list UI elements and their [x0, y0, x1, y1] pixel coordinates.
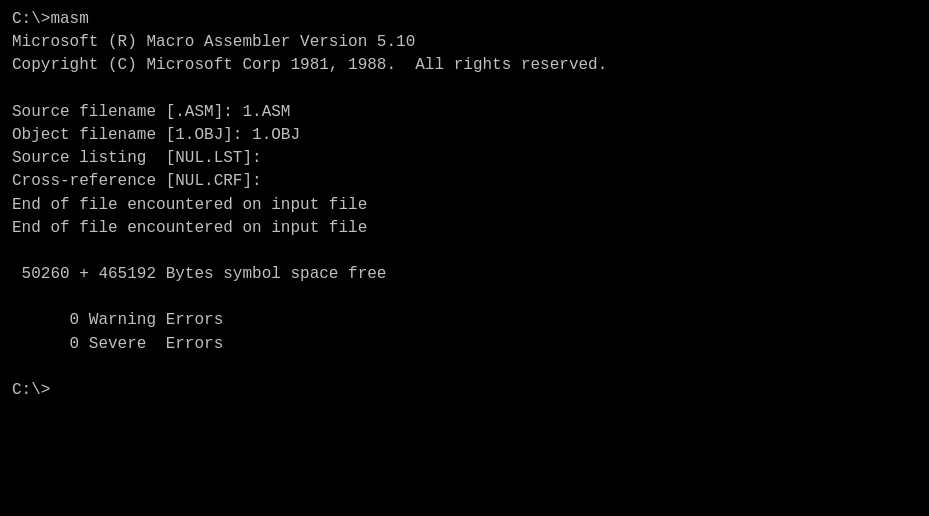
blank1 — [12, 78, 917, 101]
bytes-line: 50260 + 465192 Bytes symbol space free — [12, 263, 917, 286]
warning-errors: 0 Warning Errors — [12, 309, 917, 332]
copyright-line: Copyright (C) Microsoft Corp 1981, 1988.… — [12, 54, 917, 77]
source-listing: Source listing [NUL.LST]: — [12, 147, 917, 170]
blank3 — [12, 286, 917, 309]
cross-reference: Cross-reference [NUL.CRF]: — [12, 170, 917, 193]
source-filename: Source filename [.ASM]: 1.ASM — [12, 101, 917, 124]
prompt-masm: C:\>masm — [12, 8, 917, 31]
final-prompt: C:\> — [12, 379, 917, 402]
severe-errors: 0 Severe Errors — [12, 333, 917, 356]
object-filename: Object filename [1.OBJ]: 1.OBJ — [12, 124, 917, 147]
eof-line2: End of file encountered on input file — [12, 217, 917, 240]
terminal-window: C:\>masmMicrosoft (R) Macro Assembler Ve… — [0, 0, 929, 516]
eof-line1: End of file encountered on input file — [12, 194, 917, 217]
blank2 — [12, 240, 917, 263]
blank4 — [12, 356, 917, 379]
title-line: Microsoft (R) Macro Assembler Version 5.… — [12, 31, 917, 54]
